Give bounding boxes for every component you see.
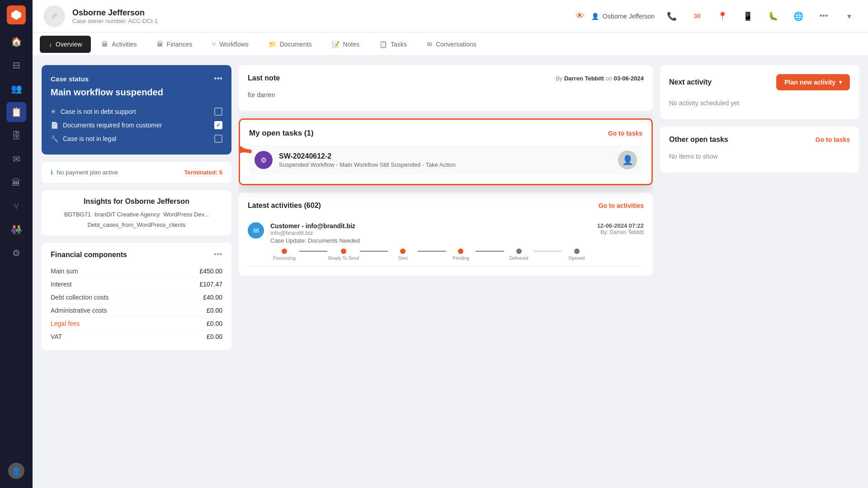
sidebar-item-contacts[interactable]: 👥 (6, 79, 26, 99)
globe-icon[interactable]: 🌐 (790, 8, 807, 24)
plan-activity-label: Plan new activity (784, 79, 835, 86)
tab-tasks-icon: 📋 (379, 41, 387, 48)
insights-tag-1[interactable]: BDTBG71 (64, 211, 91, 218)
legal-status-checkbox[interactable] (214, 135, 222, 143)
sidebar-item-database[interactable]: 🗄 (6, 126, 26, 145)
tab-documents-label: Documents (280, 41, 312, 48)
tab-conversations[interactable]: ✉ Conversations (418, 36, 486, 53)
progress-line-1 (299, 251, 327, 252)
tab-activities[interactable]: 🏛 Activities (93, 36, 146, 53)
progress-step-delivered: Delivered (505, 249, 533, 261)
middle-column: Last note By Darren Tebbitt on 03-06-202… (239, 65, 653, 479)
go-to-tasks-link[interactable]: Go to tasks (608, 130, 642, 137)
progress-line-2 (360, 251, 388, 252)
task-description: Suspended Workflow - Main Workflow Still… (279, 161, 612, 168)
more-icon[interactable]: ••• (816, 8, 832, 24)
debt-status-checkbox[interactable] (214, 108, 222, 116)
chevron-down-icon[interactable]: ▾ (841, 8, 857, 24)
header-person: 👤 Osborne Jefferson (591, 13, 655, 20)
sidebar-item-inbox[interactable]: ⊟ (6, 55, 26, 75)
insights-tags: BDTBG71 branDiT Creative Agency WordPres… (51, 211, 222, 228)
sidebar-item-settings[interactable]: ⚙ (6, 243, 26, 263)
email-icon[interactable]: ✉ (689, 8, 705, 24)
sidebar-item-mail[interactable]: ✉ (6, 149, 26, 169)
interest-label: Interest (51, 281, 72, 288)
financial-header: Financial components ••• (51, 250, 222, 259)
other-tasks-empty-text: No items to show (669, 149, 850, 164)
task-item[interactable]: ⚙ SW-20240612-2 Suspended Workflow - Mai… (249, 145, 642, 175)
last-note-author: Darren Tebbitt (564, 75, 604, 82)
financial-row-debt-collection: Debt collection costs £40.00 (51, 291, 222, 304)
docs-status-text: Documents required from customer (63, 122, 210, 129)
insights-tag-2[interactable]: branDiT Creative Agency (94, 211, 160, 218)
main-sum-amount: £450.00 (199, 267, 222, 275)
plan-activity-button[interactable]: Plan new activity ▾ (776, 74, 850, 90)
sidebar-item-cases[interactable]: 📋 (6, 102, 26, 122)
main-sum-label: Main sum (51, 267, 78, 275)
tab-tasks[interactable]: 📋 Tasks (370, 36, 416, 53)
next-activity-header: Next activity Plan new activity ▾ (669, 74, 850, 90)
sidebar-logo[interactable] (7, 5, 26, 24)
activity-meta: 12-06-2024 07:22 By: Darren Tebbitt (597, 222, 644, 261)
activities-title: Latest activities (602) (248, 202, 321, 210)
tab-activities-icon: 🏛 (102, 41, 108, 48)
tab-finances-label: Finances (167, 41, 193, 48)
tab-notes[interactable]: 📝 Notes (323, 36, 369, 53)
case-name: Osborne Jefferson (72, 8, 569, 18)
insights-tag-3[interactable]: WordPress Dev... (163, 211, 209, 218)
activity-item-1[interactable]: ✉ Customer - info@brandit.biz info@brand… (248, 217, 644, 267)
progress-dot-sent (400, 249, 406, 254)
last-note-meta: By Darren Tebbitt on 03-06-2024 (556, 75, 644, 82)
other-tasks-go-to-tasks-link[interactable]: Go to tasks (816, 136, 850, 143)
sidebar-item-bank[interactable]: 🏛 (6, 173, 26, 192)
status-item-legal: 🔧 Case is not in legal (51, 132, 222, 145)
tab-tasks-label: Tasks (391, 41, 407, 48)
tab-documents[interactable]: 📁 Documents (259, 36, 321, 53)
financial-menu-icon[interactable]: ••• (214, 250, 222, 259)
sidebar-item-workflow[interactable]: ⑂ (6, 196, 26, 216)
progress-dot-ready (341, 249, 346, 254)
tasks-card: My open tasks (1) Go to tasks ⚙ SW-20240… (239, 118, 653, 185)
status-item-debt: ✳ Case is not in debt support (51, 105, 222, 118)
last-note-date: 03-06-2024 (614, 75, 644, 82)
debt-status-text: Case is not in debt support (61, 108, 210, 115)
legal-fees-label: Legal fees (51, 320, 80, 327)
progress-step-ready: Ready To Send (328, 249, 359, 261)
sidebar-item-team[interactable]: 👫 (6, 220, 26, 239)
case-number: Case owner number: ACC-DCI-1 (72, 18, 569, 24)
sidebar-item-home[interactable]: 🏠 (6, 32, 26, 52)
tab-overview[interactable]: ↓ Overview (40, 36, 91, 53)
bug-icon[interactable]: 🐛 (765, 8, 781, 24)
case-status-menu-icon[interactable]: ••• (214, 74, 222, 84)
tab-conversations-icon: ✉ (427, 41, 432, 48)
phone-icon[interactable]: 📞 (664, 8, 680, 24)
tab-workflows-label: Workflows (219, 41, 248, 48)
mobile-icon[interactable]: 📱 (740, 8, 756, 24)
other-tasks-header: Other open tasks Go to tasks (669, 136, 850, 144)
tasks-header: My open tasks (1) Go to tasks (249, 129, 642, 138)
terminated-badge[interactable]: Terminated: 5 (184, 169, 222, 176)
payment-card: ℹ No payment plan active Terminated: 5 (42, 162, 231, 183)
vat-amount: £0.00 (207, 333, 222, 340)
tab-finances[interactable]: 🏛 Finances (148, 36, 202, 53)
progress-label-delivered: Delivered (509, 256, 528, 261)
activity-email-icon: ✉ (248, 222, 264, 239)
location-icon[interactable]: 📍 (714, 8, 731, 24)
nav-tabs: ↓ Overview 🏛 Activities 🏛 Finances ⑂ Wor… (33, 33, 868, 56)
progress-step-opened: Opened (563, 249, 591, 261)
go-to-activities-link[interactable]: Go to activities (599, 202, 644, 209)
case-avatar: ♂ (43, 5, 65, 27)
tab-workflows[interactable]: ⑂ Workflows (203, 36, 257, 53)
docs-status-checkbox[interactable] (214, 121, 222, 129)
progress-line-5 (534, 251, 562, 252)
sidebar-avatar[interactable]: 👤 (8, 463, 24, 479)
insights-tag-4[interactable]: Debt_cases_from_WordPress_clients (87, 221, 185, 228)
financial-row-legal-fees[interactable]: Legal fees £0.00 (51, 317, 222, 330)
top-header: ♂ Osborne Jefferson Case owner number: A… (33, 0, 868, 33)
task-assignee-avatar: 👤 (618, 150, 637, 169)
financial-card: Financial components ••• Main sum £450.0… (42, 243, 231, 350)
eye-icon[interactable]: 👁 (576, 11, 584, 21)
progress-label-ready: Ready To Send (328, 256, 359, 261)
main-area: ♂ Osborne Jefferson Case owner number: A… (33, 0, 868, 488)
progress-line-4 (476, 251, 504, 252)
